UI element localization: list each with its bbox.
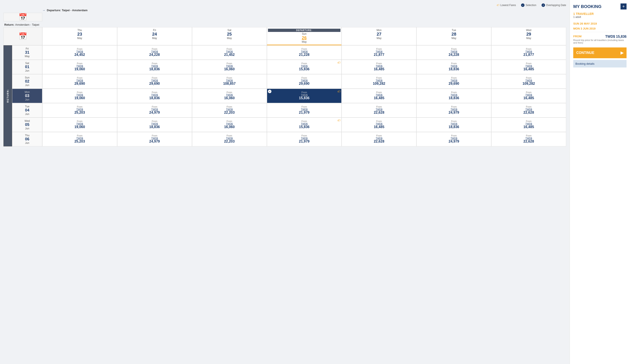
price-cell-row0-col2[interactable]: FromTWD$21,452 [192,45,267,60]
booking-details-label: Booking details [576,62,594,65]
row-header-Sun-02: Sun02Jun [12,74,42,89]
price-cell-row4-col0[interactable]: FromTWD$25,203 [42,103,117,117]
price-cell-row1-col6[interactable]: FromTWD$16,485 [491,60,566,74]
cell-from-label: From [418,48,490,50]
price-cell-row6-col3[interactable]: FromTWD$21,979 [267,132,342,146]
col-month: May [43,37,116,40]
price-cell-row2-col1[interactable]: FromTWD$29,690 [117,74,192,89]
price-cell-row3-col0[interactable]: FromTWD$19,060 [42,89,117,103]
cell-amount: 16,485 [343,96,415,100]
col-day-name: Mon [342,29,415,32]
col-month: May [418,37,490,40]
return-vertical-label: RETURN: [4,45,12,146]
price-cell-row5-col4[interactable]: FromTWD$16,485 [342,117,416,132]
price-cell-row2-col2[interactable]: FromTWD$108,857 [192,74,267,89]
continue-button[interactable]: CONTINUE ▶ [573,47,626,58]
price-cell-row2-col4[interactable]: FromTWD$109,282 [342,74,416,89]
price-cell-row6-col5[interactable]: FromTWD$24,979 [416,132,491,146]
price-cell-row0-col4[interactable]: FromTWD$21,877 [342,45,416,60]
col-header-Wed-29: Wed29May [491,27,566,45]
cell-from-label: From [493,91,565,94]
price-cell-row2-col6[interactable]: FromTWD$109,282 [491,74,566,89]
col-day-num: 27 [342,32,415,37]
sidebar-price-note: Round trip price for all travellers (inc… [573,39,626,44]
cell-from-label: From [119,120,190,122]
price-cell-row3-col4[interactable]: FromTWD$16,485 [342,89,416,103]
price-cell-row3-col1[interactable]: FromTWD$18,836 [117,89,192,103]
cell-currency-label: TWD$ [194,79,266,82]
cell-currency-label: TWD$ [194,108,266,111]
cell-amount: 18,836 [418,125,490,129]
price-cell-row2-col0[interactable]: FromTWD$29,690 [42,74,117,89]
legend-selection: ✓ Selection [521,3,536,7]
price-cell-row2-col5[interactable]: FromTWD$29,690 [416,74,491,89]
price-cell-row3-col3[interactable]: ✓🏷FromTWD$15,836 [267,89,342,103]
cell-amount: 21,228 [268,53,340,57]
return-date-section: MON 3 JUN 2019 [573,27,626,30]
cell-currency-label: TWD$ [119,65,190,67]
cell-amount: 24,979 [119,139,190,143]
price-cell-row6-col0[interactable]: FromTWD$25,203 [42,132,117,146]
cell-currency-label: TWD$ [194,65,266,67]
price-cell-row4-col3[interactable]: FromTWD$21,979 [267,103,342,117]
booking-details-button[interactable]: Booking details [573,60,626,67]
col-day-name: Sat [193,29,266,32]
price-cell-row5-col3[interactable]: 🏷FromTWD$15,836 [267,117,342,132]
price-cell-row5-col5[interactable]: FromTWD$18,836 [416,117,491,132]
cell-currency-label: TWD$ [44,65,116,67]
price-cell-row0-col5[interactable]: FromTWD$24,228 [416,45,491,60]
cell-amount: 25,203 [44,139,116,143]
price-cell-row5-col2[interactable]: FromTWD$16,060 [192,117,267,132]
price-cell-row1-col3[interactable]: 🏷FromTWD$15,836 [267,60,342,74]
cell-currency-label: TWD$ [418,94,490,96]
cell-currency-label: TWD$ [493,50,565,53]
lowest-fare-tag-icon: 🏷 [338,61,340,64]
price-cell-row6-col4[interactable]: FromTWD$22,628 [342,132,416,146]
price-cell-row0-col0[interactable]: FromTWD$24,452 [42,45,117,60]
legend-selection-label: Selection [526,4,536,7]
price-cell-row5-col1[interactable]: FromTWD$18,836 [117,117,192,132]
price-cell-row6-col6[interactable]: FromTWD$22,628 [491,132,566,146]
price-cell-row1-col2[interactable]: FromTWD$16,060 [192,60,267,74]
cell-currency-label: TWD$ [119,94,190,96]
cell-amount: 18,836 [418,96,490,100]
price-cell-row2-col3[interactable]: FromTWD$29,690 [267,74,342,89]
price-cell-row0-col1[interactable]: FromTWD$24,228 [117,45,192,60]
row-day-name: Thu [25,134,30,137]
price-cell-row1-col0[interactable]: FromTWD$19,060 [42,60,117,74]
price-cell-row4-col5[interactable]: FromTWD$24,979 [416,103,491,117]
price-cell-row6-col2[interactable]: FromTWD$22,203 [192,132,267,146]
cell-currency-label: TWD$ [493,137,565,139]
price-cell-row1-col1[interactable]: FromTWD$18,836 [117,60,192,74]
cell-amount: 16,485 [343,125,415,129]
price-cell-row3-col2[interactable]: FromTWD$16,060 [192,89,267,103]
price-cell-row0-col3[interactable]: FromTWD$21,228 [267,45,342,60]
price-cell-row4-col2[interactable]: FromTWD$22,203 [192,103,267,117]
price-cell-row3-col5[interactable]: FromTWD$18,836 [416,89,491,103]
cell-from-label: From [44,91,116,94]
cell-from-label: From [119,91,190,94]
price-cell-row5-col0[interactable]: FromTWD$19,060 [42,117,117,132]
price-cell-row0-col6[interactable]: FromTWD$21,877 [491,45,566,60]
cell-currency-label: TWD$ [343,79,415,82]
price-cell-row5-col6[interactable]: FromTWD$16,485 [491,117,566,132]
legend-lowest-fares: 🏷 Lowest Fares [497,4,516,7]
price-cell-row1-col5[interactable]: FromTWD$18,836 [416,60,491,74]
price-cell-row6-col1[interactable]: FromTWD$24,979 [117,132,192,146]
cell-from-label: From [119,134,190,137]
price-cell-row1-col4[interactable]: FromTWD$16,485 [342,60,416,74]
price-cell-row4-col4[interactable]: FromTWD$22,628 [342,103,416,117]
add-booking-button[interactable]: + [620,3,626,9]
cell-currency-label: TWD$ [44,94,116,96]
cell-from-label: From [194,91,266,94]
sidebar-from-label: FROM [573,35,582,38]
cell-amount: 19,060 [44,125,116,129]
cell-amount: 24,228 [418,53,490,57]
cell-from-label: From [343,62,415,65]
price-cell-row3-col6[interactable]: FromTWD$16,485 [491,89,566,103]
row-month: Jun [25,98,29,101]
departure-date-section: SUN 26 MAY 2019 [573,22,626,25]
cell-amount: 15,836 [268,96,340,100]
price-cell-row4-col1[interactable]: FromTWD$24,979 [117,103,192,117]
price-cell-row4-col6[interactable]: FromTWD$22,628 [491,103,566,117]
